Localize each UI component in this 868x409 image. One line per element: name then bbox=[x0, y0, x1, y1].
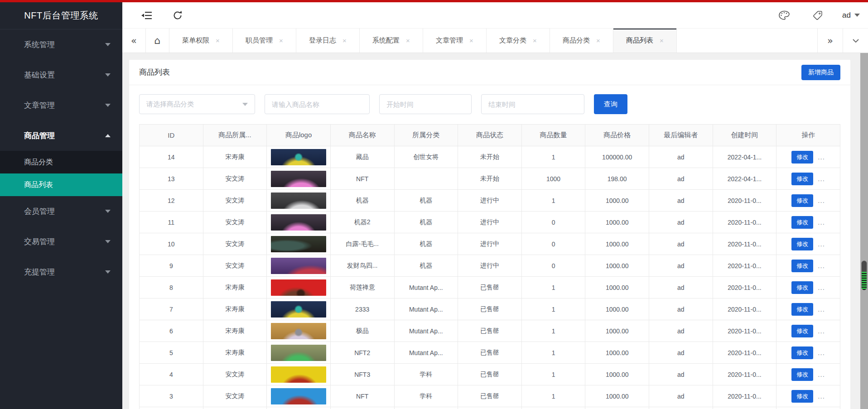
cell-created: 2020-11-0... bbox=[713, 190, 776, 212]
tabs-menu-chevron-icon[interactable] bbox=[843, 29, 868, 53]
search-button[interactable]: 查询 bbox=[594, 94, 627, 114]
more-actions-button[interactable]: ... bbox=[818, 392, 825, 400]
sidebar-menu-label: 基础设置 bbox=[24, 70, 105, 80]
cell-logo bbox=[267, 277, 331, 298]
tag-icon[interactable] bbox=[809, 8, 827, 23]
table-header-row: ID商品所属...商品logo商品名称所属分类商品状态商品数量商品价格最后编辑者… bbox=[140, 125, 840, 146]
tab-item[interactable]: 职员管理 × bbox=[233, 29, 296, 53]
cell-quantity: 1 bbox=[521, 298, 585, 320]
edit-button[interactable]: 修改 bbox=[791, 173, 813, 185]
open-tabs: 菜单权限 × 职员管理 × 登录日志 × 系统配置 × 文章管理 × 文章分类 … bbox=[169, 29, 677, 53]
cell-quantity: 1 bbox=[521, 385, 585, 407]
tab-close-icon[interactable]: × bbox=[596, 37, 600, 44]
tab-close-icon[interactable]: × bbox=[660, 37, 664, 44]
more-actions-button[interactable]: ... bbox=[818, 262, 825, 269]
tab-item[interactable]: 文章管理 × bbox=[423, 29, 487, 53]
edit-button[interactable]: 修改 bbox=[791, 281, 813, 294]
chevron-down-icon bbox=[105, 210, 111, 213]
tab-item[interactable]: 系统配置 × bbox=[360, 29, 423, 53]
sidebar-menu-label: 会员管理 bbox=[24, 206, 105, 217]
edit-button[interactable]: 修改 bbox=[791, 151, 813, 164]
sidebar-menu-block: 充提管理 bbox=[0, 257, 122, 287]
tab-item[interactable]: 登录日志 × bbox=[296, 29, 360, 53]
more-actions-button[interactable]: ... bbox=[818, 175, 825, 183]
edit-button[interactable]: 修改 bbox=[791, 303, 813, 316]
sidebar-menu-item[interactable]: 商品管理 bbox=[0, 120, 122, 151]
edit-button[interactable]: 修改 bbox=[791, 346, 813, 359]
category-select[interactable]: 请选择商品分类 bbox=[139, 94, 255, 114]
cell-id: 14 bbox=[140, 146, 203, 168]
table-column-header: 商品所属... bbox=[203, 125, 267, 146]
sidebar-menu-item[interactable]: 基础设置 bbox=[0, 60, 122, 90]
edit-button[interactable]: 修改 bbox=[791, 325, 813, 337]
cell-editor: ad bbox=[649, 385, 713, 407]
tab-close-icon[interactable]: × bbox=[279, 37, 283, 44]
table-row: 2 安文涛 库仓 学科 已售罄 1 99.00 ad 2020-11-0... … bbox=[140, 407, 840, 409]
cell-id: 8 bbox=[140, 277, 203, 298]
cell-created: 2020-11-0... bbox=[713, 320, 776, 342]
edit-button[interactable]: 修改 bbox=[791, 260, 813, 272]
tab-item[interactable]: 文章分类 × bbox=[487, 29, 550, 53]
cell-name: NFT bbox=[330, 385, 394, 407]
cell-status: 已售罄 bbox=[458, 298, 522, 320]
cell-editor: ad bbox=[649, 233, 713, 255]
more-actions-button[interactable]: ... bbox=[818, 284, 825, 291]
cell-name: 荷莲禅意 bbox=[330, 277, 394, 298]
add-product-button[interactable]: 新增商品 bbox=[801, 65, 840, 80]
sidebar-menu-item[interactable]: 文章管理 bbox=[0, 90, 122, 120]
tab-close-icon[interactable]: × bbox=[406, 37, 410, 44]
refresh-icon[interactable] bbox=[169, 8, 187, 23]
product-name-input[interactable] bbox=[265, 94, 370, 114]
cell-name: NFT bbox=[330, 168, 394, 190]
tab-close-icon[interactable]: × bbox=[533, 37, 537, 44]
sidebar-menu-item[interactable]: 会员管理 bbox=[0, 196, 122, 226]
cell-name: 2333 bbox=[330, 298, 394, 320]
edit-button[interactable]: 修改 bbox=[791, 368, 813, 381]
theme-palette-icon[interactable] bbox=[775, 8, 793, 23]
tab-close-icon[interactable]: × bbox=[342, 37, 347, 44]
cell-status: 进行中 bbox=[458, 255, 522, 277]
more-actions-button[interactable]: ... bbox=[818, 153, 825, 161]
tab-bar: « ⌂ 菜单权限 × 职员管理 × 登录日志 × 系统配置 × 文章管理 × 文… bbox=[122, 28, 868, 53]
edit-button[interactable]: 修改 bbox=[791, 194, 813, 207]
more-actions-button[interactable]: ... bbox=[818, 349, 825, 356]
edit-button[interactable]: 修改 bbox=[791, 216, 813, 229]
sidebar-menu-item[interactable]: 系统管理 bbox=[0, 29, 122, 60]
cell-status: 未开始 bbox=[458, 146, 522, 168]
tab-item[interactable]: 菜单权限 × bbox=[169, 29, 233, 53]
user-menu[interactable]: ad bbox=[842, 11, 860, 20]
sidebar-submenu-item[interactable]: 商品列表 bbox=[0, 173, 122, 196]
more-actions-button[interactable]: ... bbox=[818, 218, 825, 226]
cell-category: 学科 bbox=[394, 364, 458, 385]
cell-name: 极品 bbox=[330, 320, 394, 342]
product-logo-image bbox=[271, 192, 326, 209]
more-actions-button[interactable]: ... bbox=[818, 327, 825, 335]
cell-price: 1000.00 bbox=[585, 277, 649, 298]
more-actions-button[interactable]: ... bbox=[818, 240, 825, 248]
tab-close-icon[interactable]: × bbox=[469, 37, 473, 44]
sidebar-collapse-icon[interactable] bbox=[138, 8, 156, 23]
home-tab-icon[interactable]: ⌂ bbox=[146, 29, 169, 53]
sidebar-menu-item[interactable]: 交易管理 bbox=[0, 226, 122, 257]
sidebar-menu-item[interactable]: 充提管理 bbox=[0, 257, 122, 287]
more-actions-button[interactable]: ... bbox=[818, 305, 825, 313]
tab-close-icon[interactable]: × bbox=[216, 37, 220, 44]
more-actions-button[interactable]: ... bbox=[818, 197, 825, 204]
sidebar-submenu: 商品分类 商品列表 bbox=[0, 151, 122, 196]
tabs-scroll-right-icon[interactable]: » bbox=[817, 29, 843, 53]
cell-name: NFT2 bbox=[330, 342, 394, 364]
end-time-input[interactable] bbox=[481, 94, 584, 114]
tab-item[interactable]: 商品分类 × bbox=[550, 29, 613, 53]
start-time-input[interactable] bbox=[379, 94, 472, 114]
cell-actions: 修改 ... bbox=[776, 212, 840, 233]
tab-item[interactable]: 商品列表 × bbox=[613, 29, 677, 53]
scrollbar-thumb[interactable] bbox=[861, 260, 867, 290]
tabs-scroll-left-icon[interactable]: « bbox=[122, 29, 146, 53]
sidebar-submenu-item[interactable]: 商品分类 bbox=[0, 151, 122, 173]
sidebar-menu-block: 系统管理 bbox=[0, 29, 122, 60]
edit-button[interactable]: 修改 bbox=[791, 390, 813, 403]
more-actions-button[interactable]: ... bbox=[818, 371, 825, 378]
page-scrollbar[interactable] bbox=[860, 53, 868, 409]
edit-button[interactable]: 修改 bbox=[791, 238, 813, 250]
app-window: NFT后台管理系统 系统管理 基础设置 文章管理 商品管理 商品分类 商品列表 … bbox=[0, 0, 868, 409]
